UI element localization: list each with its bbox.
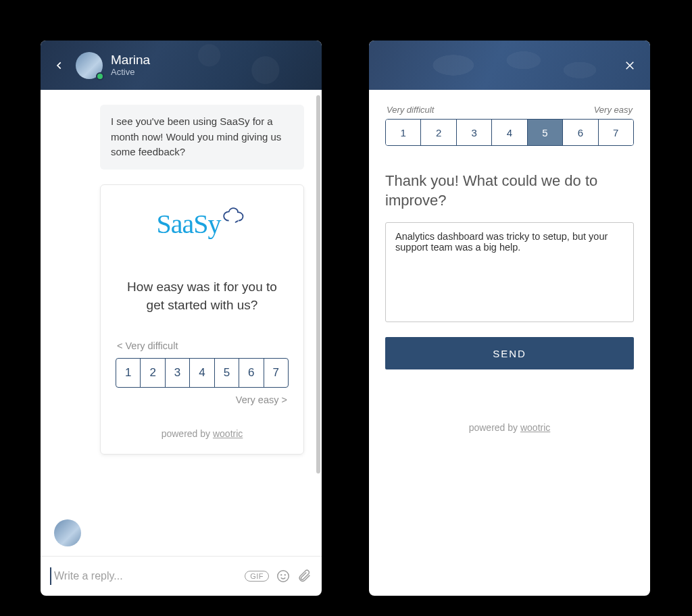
chat-header: Marina Active xyxy=(41,41,322,90)
rating-7[interactable]: 7 xyxy=(264,359,288,387)
followup-question: Thank you! What could we do to improve? xyxy=(385,172,634,210)
rating-1[interactable]: 1 xyxy=(386,120,421,145)
emoji-icon xyxy=(276,569,291,584)
agent-meta: Marina Active xyxy=(111,53,150,78)
svg-point-2 xyxy=(285,575,285,575)
rating-4[interactable]: 4 xyxy=(190,359,214,387)
svg-point-1 xyxy=(281,575,282,575)
chat-window: Marina Active I see you've been using Sa… xyxy=(41,41,322,596)
cloud-icon xyxy=(221,207,248,228)
feedback-textarea[interactable] xyxy=(385,222,634,322)
scale-min-label: < Very difficult xyxy=(116,340,289,351)
rating-scale: 1 2 3 4 5 6 7 xyxy=(385,119,634,146)
svg-point-0 xyxy=(278,571,289,582)
survey-followup-window: Very difficult Very easy 1 2 3 4 5 6 7 T… xyxy=(369,41,650,596)
brand-logo: SaaSy xyxy=(116,208,289,240)
powered-by-link[interactable]: wootric xyxy=(520,422,550,433)
gif-icon: GIF xyxy=(245,571,269,582)
reply-input[interactable] xyxy=(54,557,238,596)
scale-labels: Very difficult Very easy xyxy=(385,105,634,115)
send-button[interactable]: SEND xyxy=(385,337,634,369)
scale-max-label: Very easy > xyxy=(116,394,289,405)
scale-min-label: Very difficult xyxy=(387,105,434,115)
close-icon xyxy=(624,59,636,72)
brand-text: SaaSy xyxy=(157,208,221,240)
rating-6[interactable]: 6 xyxy=(239,359,264,387)
attachment-button[interactable] xyxy=(297,569,312,584)
text-cursor xyxy=(50,567,51,585)
rating-2[interactable]: 2 xyxy=(141,359,165,387)
powered-by-link[interactable]: wootric xyxy=(213,428,243,439)
rating-scale: 1 2 3 4 5 6 7 xyxy=(116,358,289,388)
rating-2[interactable]: 2 xyxy=(421,120,456,145)
back-button[interactable] xyxy=(50,56,69,75)
powered-by: powered by wootric xyxy=(116,428,289,439)
chat-body: I see you've been using SaaSy for a mont… xyxy=(41,90,322,556)
scale-max-label: Very easy xyxy=(594,105,633,115)
rating-7[interactable]: 7 xyxy=(599,120,633,145)
survey-question: How easy was it for you to get started w… xyxy=(116,278,289,315)
agent-status: Active xyxy=(111,67,150,77)
rating-5[interactable]: 5 xyxy=(215,359,239,387)
presence-indicator xyxy=(96,72,104,80)
agent-name: Marina xyxy=(111,53,150,68)
survey-header xyxy=(369,41,650,90)
close-button[interactable] xyxy=(620,56,639,75)
scrollbar[interactable] xyxy=(316,95,320,473)
rating-3[interactable]: 3 xyxy=(457,120,492,145)
rating-3[interactable]: 3 xyxy=(166,359,190,387)
powered-by-prefix: powered by xyxy=(469,422,520,433)
survey-card: SaaSy How easy was it for you to get sta… xyxy=(100,184,304,455)
rating-4[interactable]: 4 xyxy=(492,120,527,145)
rating-5[interactable]: 5 xyxy=(528,120,563,145)
emoji-button[interactable] xyxy=(276,569,291,584)
gif-button[interactable]: GIF xyxy=(245,571,269,582)
chevron-left-icon xyxy=(55,61,64,70)
reply-bar: GIF xyxy=(41,556,322,596)
powered-by-prefix: powered by xyxy=(162,428,213,439)
rating-1[interactable]: 1 xyxy=(116,359,141,387)
agent-message: I see you've been using SaaSy for a mont… xyxy=(100,105,304,170)
rating-6[interactable]: 6 xyxy=(563,120,598,145)
powered-by: powered by wootric xyxy=(385,422,634,433)
agent-avatar[interactable] xyxy=(76,52,103,79)
paperclip-icon xyxy=(297,569,312,584)
